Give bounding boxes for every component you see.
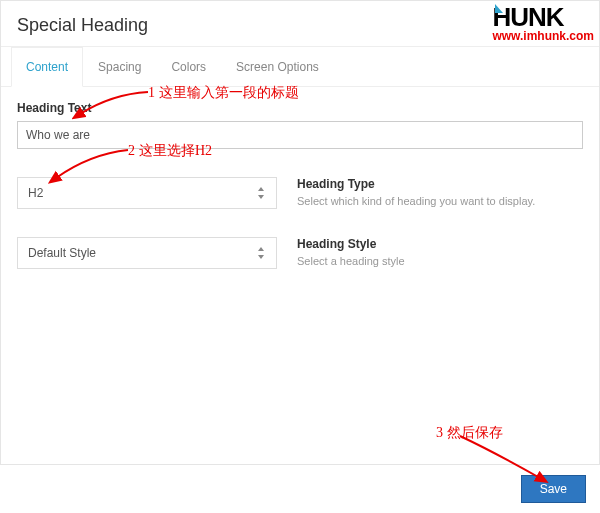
heading-text-label: Heading Text — [17, 101, 583, 115]
tab-screen-options[interactable]: Screen Options — [221, 47, 334, 86]
heading-type-desc: Select which kind of heading you want to… — [297, 195, 583, 207]
chevron-updown-icon — [258, 186, 266, 200]
heading-style-value: Default Style — [28, 246, 96, 260]
chevron-updown-icon — [258, 246, 266, 260]
watermark-logo: HUNK www.imhunk.com — [492, 2, 594, 43]
heading-style-select[interactable]: Default Style — [17, 237, 277, 269]
heading-type-value: H2 — [28, 186, 43, 200]
tab-bar: Content Spacing Colors Screen Options — [1, 47, 599, 87]
tab-colors[interactable]: Colors — [156, 47, 221, 86]
dialog-footer: Save — [0, 464, 600, 513]
heading-type-select[interactable]: H2 — [17, 177, 277, 209]
heading-text-input[interactable] — [17, 121, 583, 149]
heading-style-label: Heading Style — [297, 237, 583, 251]
heading-style-desc: Select a heading style — [297, 255, 583, 267]
save-button[interactable]: Save — [521, 475, 586, 503]
content-area: Heading Text H2 Heading Type Select whic… — [1, 87, 599, 289]
tab-content[interactable]: Content — [11, 47, 83, 87]
heading-type-label: Heading Type — [297, 177, 583, 191]
tab-spacing[interactable]: Spacing — [83, 47, 156, 86]
